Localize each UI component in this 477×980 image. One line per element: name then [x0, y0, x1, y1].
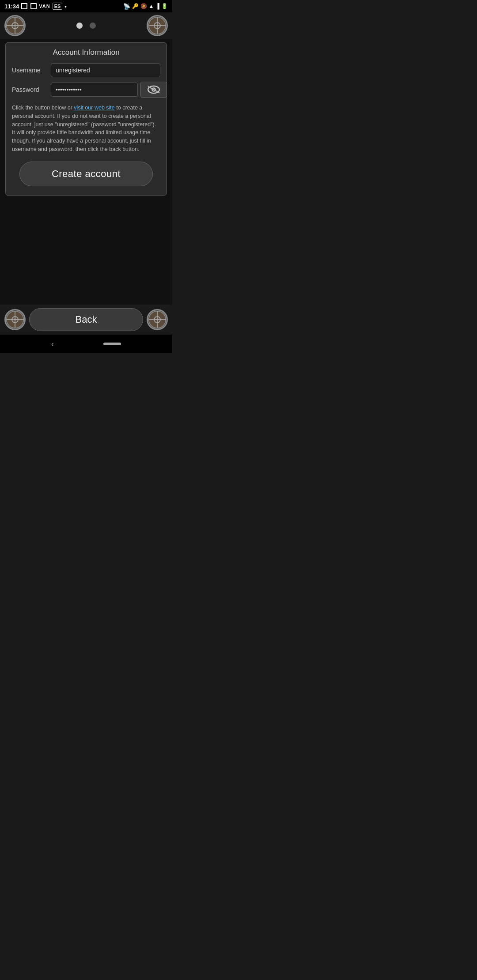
card-title: Account Information — [12, 48, 160, 57]
battery-icon: 🔋 — [161, 3, 168, 9]
bottom-left-icon[interactable] — [4, 309, 26, 330]
es-icon: ES — [53, 3, 63, 10]
main-content: Account Information Username Password — [0, 39, 172, 252]
info-text: Click the button below or visit our web … — [12, 104, 160, 154]
password-label: Password — [12, 86, 46, 93]
status-bar: 11:34 VAN ES • 📡 🔑 🔕 ▲ ▐ 🔋 — [0, 0, 172, 12]
toggle-password-button[interactable] — [140, 82, 167, 98]
spacer — [0, 252, 172, 305]
password-field-group — [51, 82, 167, 98]
time: 11:34 — [4, 3, 19, 10]
status-left: 11:34 VAN ES • — [4, 3, 67, 10]
square-icon — [21, 3, 27, 9]
website-link[interactable]: visit our web site — [74, 105, 114, 111]
svg-point-18 — [14, 319, 16, 320]
password-input[interactable] — [51, 83, 138, 97]
info-text-before: Click the button below or — [12, 105, 74, 111]
bell-icon: 🔕 — [140, 3, 147, 9]
android-back-button[interactable]: ‹ — [51, 339, 54, 349]
van-label: VAN — [39, 4, 50, 9]
top-right-icon[interactable] — [147, 15, 168, 36]
info-text-after: to create a personal account. If you do … — [12, 105, 156, 152]
account-card: Account Information Username Password — [5, 42, 167, 196]
top-left-icon[interactable] — [4, 15, 26, 36]
android-home-button[interactable] — [103, 343, 121, 345]
wifi-icon: ▲ — [149, 3, 154, 9]
dot-icon: • — [64, 3, 67, 10]
nav-dot-1[interactable] — [76, 23, 83, 29]
cast-icon: 📡 — [123, 3, 130, 10]
top-nav — [0, 12, 172, 39]
square2-icon — [30, 3, 37, 9]
create-account-button[interactable]: Create account — [19, 162, 153, 186]
username-input[interactable] — [51, 63, 160, 77]
nav-dot-2[interactable] — [90, 23, 96, 29]
username-row: Username — [12, 63, 160, 77]
username-label: Username — [12, 67, 46, 74]
bottom-right-icon[interactable] — [147, 309, 168, 330]
back-button[interactable]: Back — [29, 308, 143, 331]
status-right: 📡 🔑 🔕 ▲ ▐ 🔋 — [123, 3, 168, 10]
signal-icon: ▐ — [155, 3, 159, 9]
svg-point-4 — [14, 25, 16, 26]
key-icon: 🔑 — [132, 3, 139, 9]
nav-dots — [76, 23, 96, 29]
password-row: Password — [12, 82, 160, 98]
svg-point-23 — [156, 319, 158, 320]
android-nav: ‹ — [0, 335, 172, 353]
bottom-nav: Back — [0, 305, 172, 335]
svg-point-9 — [156, 25, 158, 26]
